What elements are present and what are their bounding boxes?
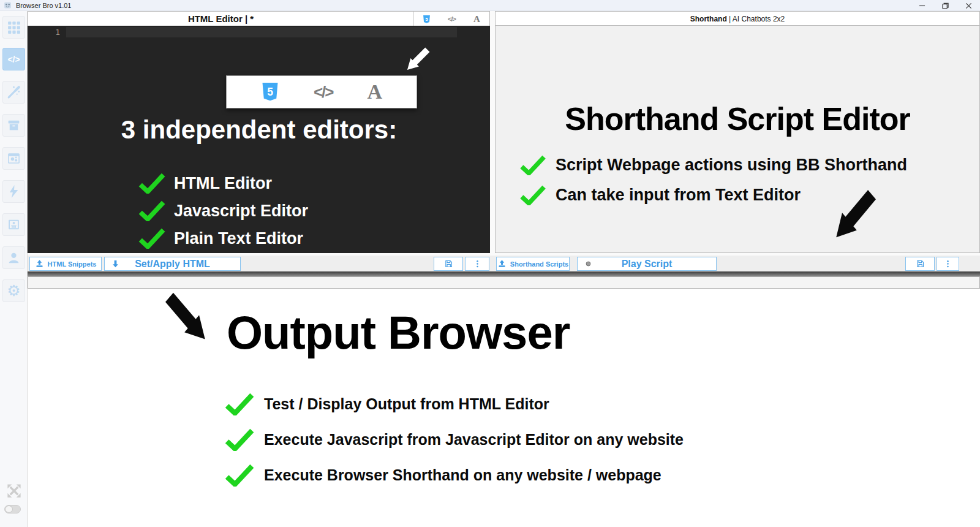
play-script-button[interactable]: Play Script <box>577 257 717 271</box>
toggle-switch[interactable] <box>4 505 21 514</box>
sidebar-item-archive[interactable] <box>2 114 25 137</box>
html-editor-canvas[interactable]: 1 5 </> A 3 independent editors: HTML Ed… <box>28 26 490 253</box>
black-arrow-icon <box>829 179 885 246</box>
feature-item: Test / Display Output from HTML Editor <box>225 393 549 415</box>
white-arrow-icon <box>402 42 436 74</box>
app-icon <box>4 1 12 9</box>
expand-arrows-icon <box>5 482 23 500</box>
html-editor-header: HTML Editor | * 5 </> A <box>28 11 490 26</box>
sidebar: </> <box>0 11 28 527</box>
sidebar-item-code-editor[interactable]: </> <box>2 48 25 70</box>
output-browser[interactable]: Output Browser Test / Display Output fro… <box>28 276 980 527</box>
check-icon <box>225 428 254 451</box>
html-editor-title: HTML Editor | * <box>28 12 413 26</box>
archive-box-icon <box>6 118 21 133</box>
html-snippets-button[interactable]: HTML Snippets <box>29 257 102 271</box>
maximize-button[interactable] <box>933 0 957 11</box>
shorthand-title-name: Shorthand <box>690 15 727 23</box>
gear-icon: ⚙ <box>7 283 20 298</box>
check-icon <box>138 200 165 221</box>
save-icon <box>444 259 453 268</box>
check-icon <box>520 155 546 175</box>
tab-plain-text[interactable]: A <box>464 12 489 26</box>
shorthand-slide-heading: Shorthand Script Editor <box>496 100 979 137</box>
toggle-knob <box>5 506 13 513</box>
sidebar-item-bro-card[interactable] <box>2 213 25 236</box>
save-icon <box>916 259 925 268</box>
window-settings-icon <box>6 151 21 166</box>
feature-item: Execute Javascript from Javascript Edito… <box>225 428 684 451</box>
save-html-button[interactable] <box>434 257 463 271</box>
editor-tabs-enlarged-image: 5 </> A <box>226 75 417 108</box>
svg-text:5: 5 <box>425 16 428 21</box>
save-script-button[interactable] <box>905 257 935 271</box>
shorthand-editor-canvas[interactable]: Shorthand Script Editor Script Webpage a… <box>495 26 980 253</box>
html5-icon-large: 5 <box>261 81 279 103</box>
feature-item: Execute Browser Shorthand on any website… <box>225 464 662 487</box>
toolbar: HTML Snippets Set/Apply HTML Shorthand S… <box>28 256 980 271</box>
magic-wand-icon <box>6 85 21 100</box>
close-button[interactable] <box>957 0 980 11</box>
feature-item: Can take input from Text Editor <box>520 185 801 205</box>
lightning-icon <box>6 184 21 199</box>
restore-icon <box>942 2 949 9</box>
sidebar-item-settings[interactable]: ⚙ <box>2 279 25 302</box>
html5-icon: 5 <box>423 15 431 24</box>
set-apply-html-button[interactable]: Set/Apply HTML <box>104 257 241 271</box>
current-line-highlight <box>66 27 457 37</box>
line-number: 1 <box>28 28 60 37</box>
shorthand-title-context: | AI Chatbots 2x2 <box>727 15 785 23</box>
window-title: Browser Bro v1.01 <box>16 2 71 9</box>
svg-text:5: 5 <box>267 86 273 98</box>
panel-divider <box>28 271 980 276</box>
check-icon <box>225 464 254 487</box>
title-bar: Browser Bro v1.01 <box>0 0 980 11</box>
sidebar-item-user[interactable] <box>2 246 25 269</box>
app-window: Browser Bro v1.01 </> <box>0 0 980 527</box>
shorthand-header: Shorthand | AI Chatbots 2x2 <box>495 11 980 26</box>
kebab-menu-icon <box>943 259 952 268</box>
code-tag-icon-large: </> <box>314 83 333 102</box>
text-a-icon-large: A <box>367 80 382 104</box>
script-menu-button[interactable] <box>937 257 959 271</box>
upload-icon <box>35 259 44 268</box>
check-icon <box>138 173 165 194</box>
code-icon: </> <box>7 55 20 64</box>
shorthand-scripts-button[interactable]: Shorthand Scripts <box>496 257 570 271</box>
feature-item: Plain Text Editor <box>138 228 303 249</box>
check-icon <box>225 393 254 415</box>
record-circle-icon <box>584 259 593 268</box>
html-menu-button[interactable] <box>465 257 489 271</box>
browser-bro-card-icon <box>6 217 21 232</box>
check-icon <box>138 228 165 249</box>
code-tag-icon: </> <box>448 15 456 23</box>
tab-html5[interactable]: 5 <box>414 12 439 26</box>
feature-item: Javascript Editor <box>138 200 308 221</box>
shorthand-title: Shorthand | AI Chatbots 2x2 <box>496 12 979 26</box>
close-icon <box>965 2 972 9</box>
sidebar-item-window-settings[interactable] <box>2 147 25 170</box>
check-icon <box>520 185 546 205</box>
expand-button[interactable] <box>5 482 23 500</box>
apps-grid-icon <box>6 20 21 35</box>
editor-tabs: 5 </> A <box>413 12 489 26</box>
user-icon <box>6 250 21 265</box>
minimize-icon <box>919 2 925 9</box>
feature-item: Script Webpage actions using BB Shorthan… <box>520 155 907 175</box>
sidebar-item-actions[interactable] <box>2 180 25 203</box>
down-arrow-icon <box>111 259 120 268</box>
window-controls <box>910 0 980 11</box>
upload-icon <box>497 259 507 268</box>
minimize-button[interactable] <box>910 0 933 11</box>
editors-slide-heading: 3 independent editors: <box>28 115 490 145</box>
black-arrow-icon <box>156 282 213 348</box>
tab-javascript[interactable]: </> <box>439 12 464 26</box>
sidebar-item-magic-wand[interactable] <box>2 81 25 104</box>
feature-item: HTML Editor <box>138 173 272 194</box>
text-a-icon: A <box>473 14 480 25</box>
output-slide-heading: Output Browser <box>227 306 570 359</box>
kebab-menu-icon <box>473 259 482 268</box>
sidebar-item-apps[interactable] <box>2 16 25 39</box>
